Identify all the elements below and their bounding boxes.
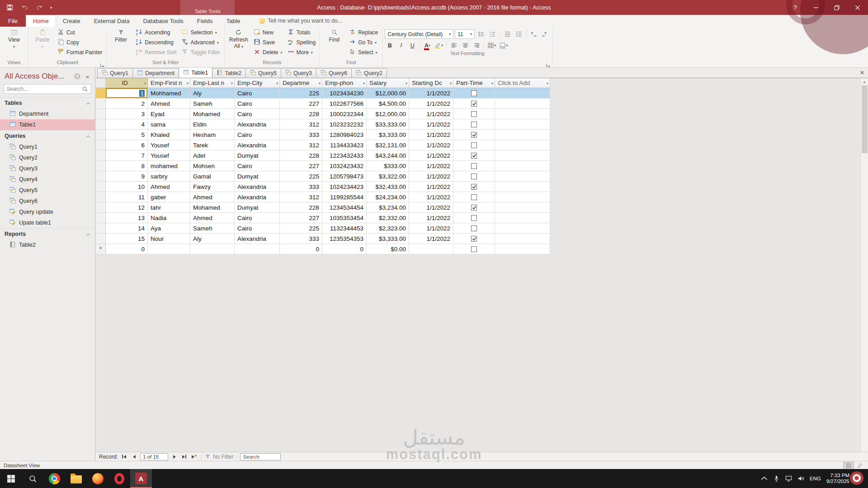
table-cell[interactable]: Dumyat: [235, 150, 280, 161]
table-cell[interactable]: $43,244.00: [367, 150, 409, 161]
table-cell[interactable]: $32,131.00: [367, 140, 409, 150]
font-name-select[interactable]: Century Gothic (Detail)▾: [385, 29, 453, 39]
table-cell[interactable]: Cairo: [235, 161, 280, 171]
replace-button[interactable]: Replace: [347, 28, 380, 38]
ribbon-tab-database-tools[interactable]: Database Tools: [136, 15, 190, 27]
table-cell[interactable]: $32,433.00: [367, 182, 409, 192]
column-header-emp-last-n[interactable]: Emp-Last n▾: [190, 78, 235, 88]
table-cell[interactable]: Ahmed: [148, 182, 190, 192]
table-cell[interactable]: [495, 171, 550, 182]
speaker-icon[interactable]: [797, 475, 804, 482]
table-cell[interactable]: $4,500.00: [367, 99, 409, 109]
row-selector[interactable]: [96, 99, 106, 109]
next-record-button[interactable]: [170, 453, 178, 460]
table-cell[interactable]: 1024234423: [322, 182, 367, 192]
table-cell[interactable]: Nour: [148, 234, 190, 244]
table-cell[interactable]: Ahmed: [190, 213, 235, 223]
checkbox-unchecked-icon[interactable]: [471, 194, 477, 200]
last-record-button[interactable]: [180, 453, 188, 460]
table-cell[interactable]: 11: [106, 192, 148, 202]
ribbon-tab-file[interactable]: File: [0, 15, 26, 27]
table-cell[interactable]: Dumyat: [235, 171, 280, 182]
table-row[interactable]: 3EyadMohamedCairo2281000232344$12,000.00…: [96, 109, 868, 119]
table-cell[interactable]: Mohamed: [190, 109, 235, 119]
table-cell[interactable]: 12: [106, 202, 148, 213]
filter-status[interactable]: No Filter: [205, 454, 233, 460]
table-cell[interactable]: 1/1/2022: [409, 213, 453, 223]
record-position[interactable]: 1 of 15: [140, 453, 168, 460]
chrome-icon[interactable]: [43, 469, 65, 488]
remove-sort-button[interactable]: AZRemove Sort: [134, 47, 178, 57]
toggle-filter-button[interactable]: Toggle Filter: [179, 47, 222, 57]
table-cell[interactable]: [495, 119, 550, 130]
document-tab-query2[interactable]: Query2: [351, 68, 387, 78]
minimize-button[interactable]: [806, 0, 826, 15]
table-cell[interactable]: 1022677566: [322, 99, 367, 109]
row-selector[interactable]: [96, 150, 106, 161]
table-cell[interactable]: 225: [280, 171, 322, 182]
table-cell[interactable]: 3: [106, 109, 148, 119]
table-cell[interactable]: 1235354353: [322, 234, 367, 244]
view-button[interactable]: View▾: [2, 28, 26, 50]
table-cell[interactable]: Nadia: [148, 213, 190, 223]
table-cell[interactable]: 14: [106, 223, 148, 234]
table-cell[interactable]: [453, 171, 495, 182]
nav-item-query1[interactable]: Query1: [0, 141, 95, 152]
table-cell[interactable]: 6: [106, 140, 148, 150]
checkbox-unchecked-icon[interactable]: [471, 122, 477, 127]
redo-icon[interactable]: [35, 4, 43, 12]
selection-button[interactable]: Selection▾: [179, 28, 222, 38]
table-cell[interactable]: Mohamed: [190, 202, 235, 213]
table-cell[interactable]: mohamed: [148, 161, 190, 171]
table-cell[interactable]: Cairo: [235, 99, 280, 109]
checkbox-unchecked-icon[interactable]: [471, 215, 477, 221]
paste-button[interactable]: Paste▾: [31, 28, 54, 50]
table-cell[interactable]: Alexandria: [235, 234, 280, 244]
column-header-starting-dc[interactable]: Starting Dc▾: [409, 78, 453, 88]
table-cell[interactable]: [495, 109, 550, 119]
table-cell[interactable]: Mohhamed: [148, 88, 190, 99]
column-header-emp-city[interactable]: Emp-City▾: [235, 78, 280, 88]
table-cell[interactable]: 15: [106, 234, 148, 244]
table-row[interactable]: 11gaberAhmedAlexandria3121199285544$24,2…: [96, 192, 868, 202]
table-cell[interactable]: $33,333.00: [367, 119, 409, 130]
firefox-icon[interactable]: [87, 469, 108, 488]
table-cell[interactable]: [453, 244, 495, 254]
table-cell[interactable]: 0: [280, 244, 322, 254]
table-row[interactable]: 5KhaledHeshamCairo3331280984023$3,333.00…: [96, 130, 868, 140]
table-cell[interactable]: [453, 130, 495, 140]
gridlines-button[interactable]: ▾: [486, 41, 497, 50]
table-cell[interactable]: Sameh: [190, 223, 235, 234]
table-row[interactable]: 12tahrMohamedDumyat2281234534454$3,234.0…: [96, 202, 868, 213]
checkbox-checked-icon[interactable]: [471, 132, 477, 138]
checkbox-unchecked-icon[interactable]: [471, 90, 477, 96]
ribbon-tab-table[interactable]: Table: [220, 15, 247, 27]
microphone-icon[interactable]: [773, 475, 780, 482]
close-button[interactable]: [847, 0, 868, 15]
table-cell[interactable]: Alexandria: [235, 119, 280, 130]
table-cell[interactable]: Aly: [190, 234, 235, 244]
table-cell[interactable]: [453, 119, 495, 130]
table-cell[interactable]: 1/1/2022: [409, 109, 453, 119]
table-cell[interactable]: Aya: [148, 223, 190, 234]
dir-ltr-button[interactable]: ¶: [528, 29, 538, 39]
nav-item-query-update[interactable]: Query update: [0, 206, 95, 217]
checkbox-unchecked-icon[interactable]: [471, 142, 477, 148]
table-cell[interactable]: [495, 223, 550, 234]
more-button[interactable]: More▾: [286, 47, 318, 57]
table-cell[interactable]: 4: [106, 119, 148, 130]
table-cell[interactable]: 228: [280, 202, 322, 213]
table-cell[interactable]: 312: [280, 192, 322, 202]
table-cell[interactable]: [453, 150, 495, 161]
table-cell[interactable]: 10: [106, 182, 148, 192]
table-cell[interactable]: 1/1/2022: [409, 150, 453, 161]
table-cell[interactable]: [453, 99, 495, 109]
datasheet-view-button[interactable]: [843, 462, 854, 469]
table-cell[interactable]: Fawzy: [190, 182, 235, 192]
table-cell[interactable]: 1/1/2022: [409, 161, 453, 171]
table-cell[interactable]: $333.00: [367, 161, 409, 171]
table-row[interactable]: 13NadiaAhmedCairo2271035353454$2,332.001…: [96, 213, 868, 223]
table-cell[interactable]: Adel: [190, 150, 235, 161]
checkbox-unchecked-icon[interactable]: [471, 225, 477, 231]
nav-item-query2[interactable]: Query2: [0, 152, 95, 163]
